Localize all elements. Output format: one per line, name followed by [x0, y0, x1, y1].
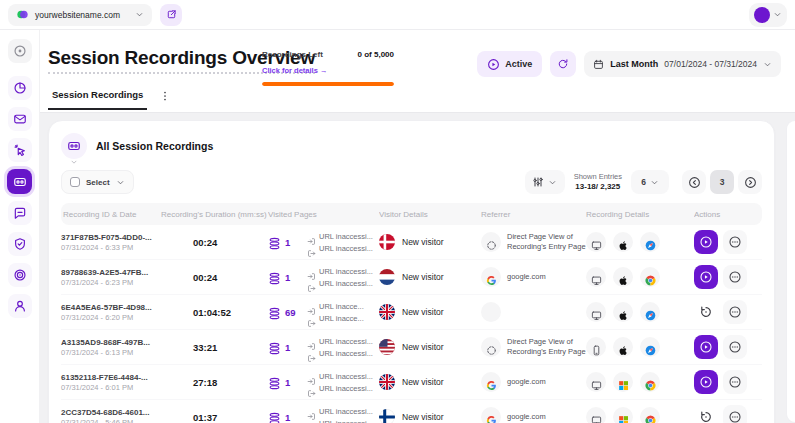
- exit-page-icon: [307, 314, 316, 323]
- recording-duration: 33:21: [193, 342, 217, 353]
- recording-processing-button[interactable]: [694, 300, 718, 324]
- pending-icon: [699, 305, 713, 319]
- column-header-6: Recording Details: [586, 210, 694, 219]
- sidebar-item-statistics[interactable]: [8, 76, 32, 100]
- row-more-button[interactable]: [723, 230, 747, 254]
- table-row[interactable]: 2CC37D54-68D6-4601... 07/31/2024 - 5:46 …: [61, 400, 762, 423]
- select-dropdown[interactable]: Select: [61, 170, 134, 194]
- entry-page-icon: [307, 267, 316, 276]
- entry-page-icon: [307, 407, 316, 416]
- play-recording-button[interactable]: [694, 335, 718, 359]
- visitor-type: New visitor: [402, 377, 444, 387]
- row-more-button[interactable]: [723, 300, 747, 324]
- recording-duration: 00:24: [193, 237, 217, 248]
- user-menu[interactable]: [749, 3, 787, 27]
- recording-date: 07/31/2024 - 6:20 PM: [61, 313, 161, 322]
- date-range-value: 07/01/2024 - 07/31/2024: [664, 59, 757, 69]
- recording-id: A3135AD9-868F-497B...: [61, 338, 161, 347]
- apple-icon: [613, 232, 633, 252]
- active-status-button[interactable]: Active: [477, 51, 542, 77]
- play-recording-button[interactable]: [694, 370, 718, 394]
- table-row[interactable]: 371F87B5-F075-4DD0-... 07/31/2024 - 6:33…: [61, 225, 762, 260]
- recordings-left-details-link[interactable]: Click for details →: [262, 66, 327, 75]
- entry-page-url: URL inaccessi...: [319, 232, 373, 241]
- behavior-icon: [13, 143, 27, 157]
- open-website-button[interactable]: [160, 4, 182, 26]
- table-row[interactable]: 61352118-F7E6-4484-... 07/31/2024 - 6:01…: [61, 365, 762, 400]
- play-recording-button[interactable]: [694, 265, 718, 289]
- session-recordings-icon: [13, 175, 27, 189]
- pagination: 3: [682, 170, 762, 194]
- website-favicon-icon: [16, 8, 29, 21]
- chrome-icon: [640, 267, 660, 287]
- sidebar-item-goals[interactable]: [8, 263, 32, 287]
- next-page-button[interactable]: [738, 170, 762, 194]
- row-more-button[interactable]: [723, 265, 747, 289]
- sidebar-item-behavior[interactable]: [8, 138, 32, 162]
- sidebar-item-visitors[interactable]: [8, 294, 32, 318]
- tab-options-icon[interactable]: [159, 90, 171, 102]
- website-selector[interactable]: yourwebsitename.com: [8, 4, 152, 26]
- row-more-button[interactable]: [723, 370, 747, 394]
- play-icon: [699, 340, 713, 354]
- sidebar-item-campaigns[interactable]: [8, 107, 32, 131]
- visited-pages-count: 1: [285, 377, 297, 388]
- entry-page-icon: [307, 372, 316, 381]
- recordings-icon: [67, 139, 81, 153]
- country-flag-uk-icon: [379, 304, 395, 320]
- sidebar-item-feedback[interactable]: [8, 201, 32, 225]
- referrer-text: google.com: [507, 377, 546, 387]
- direct-referrer-icon: [481, 232, 501, 252]
- table-row[interactable]: A3135AD9-868F-497B... 07/31/2024 - 6:13 …: [61, 330, 762, 365]
- select-all-checkbox[interactable]: [70, 177, 80, 187]
- table-body: 371F87B5-F075-4DD0-... 07/31/2024 - 6:33…: [61, 225, 762, 423]
- previous-page-button[interactable]: [682, 170, 706, 194]
- exit-page-url: URL inaccessi...: [319, 419, 373, 423]
- recording-processing-button[interactable]: [694, 405, 718, 423]
- exit-page-url: URL inaccessi...: [319, 244, 373, 253]
- exit-page-icon: [307, 244, 316, 253]
- windows-icon: [613, 407, 633, 423]
- column-settings-button[interactable]: [525, 170, 565, 194]
- referrer-text: Direct Page View of Recording's Entry Pa…: [507, 337, 586, 357]
- desktop-icon: [586, 302, 606, 322]
- sidebar-item-session-recordings[interactable]: [7, 169, 32, 194]
- country-flag-uk-icon: [379, 374, 395, 390]
- main-content: Session Recordings Overview Recordings L…: [40, 30, 795, 423]
- recording-date: 07/31/2024 - 6:01 PM: [61, 383, 161, 392]
- apple-icon: [613, 337, 633, 357]
- sidebar-item-menu-toggle[interactable]: [8, 39, 32, 63]
- page-header: Session Recordings Overview Recordings L…: [40, 30, 795, 113]
- chevron-down-icon: [70, 158, 78, 166]
- page-size-dropdown[interactable]: 6: [631, 170, 669, 194]
- more-options-icon: [728, 235, 742, 249]
- next-card-edge: [786, 120, 795, 423]
- table-row[interactable]: 89788639-A2E5-47FB... 07/31/2024 - 6:23 …: [61, 260, 762, 295]
- topbar: yourwebsitename.com: [0, 0, 795, 30]
- entry-page-url: URL inaccessi...: [319, 337, 373, 346]
- card-header: All Session Recordings: [61, 131, 762, 161]
- table-row[interactable]: 6E4A5EA6-57BF-4D98... 07/31/2024 - 6:20 …: [61, 295, 762, 330]
- refresh-icon: [557, 58, 569, 70]
- statistics-icon: [13, 81, 27, 95]
- chrome-icon: [640, 372, 660, 392]
- recording-date: 07/31/2024 - 5:46 PM: [61, 418, 161, 423]
- row-more-button[interactable]: [723, 405, 747, 423]
- column-header-7: Actions: [694, 210, 764, 219]
- entry-page-icon: [307, 337, 316, 346]
- tab-session-recordings[interactable]: Session Recordings: [48, 89, 147, 110]
- play-recording-button[interactable]: [694, 230, 718, 254]
- row-more-button[interactable]: [723, 335, 747, 359]
- visitor-type: New visitor: [402, 307, 444, 317]
- recording-duration: 01:37: [193, 412, 217, 423]
- date-range-picker[interactable]: Last Month 07/01/2024 - 07/31/2024: [584, 51, 781, 77]
- feedback-icon: [13, 206, 27, 220]
- google-icon: [481, 407, 501, 423]
- recording-duration: 01:04:52: [193, 307, 231, 318]
- visited-pages-icon: [268, 271, 281, 284]
- recording-id: 371F87B5-F075-4DD0-...: [61, 233, 161, 242]
- refresh-button[interactable]: [550, 51, 576, 77]
- sidebar-item-privacy[interactable]: [8, 232, 32, 256]
- referrer-text: google.com: [507, 412, 546, 422]
- mobile-icon: [586, 337, 606, 357]
